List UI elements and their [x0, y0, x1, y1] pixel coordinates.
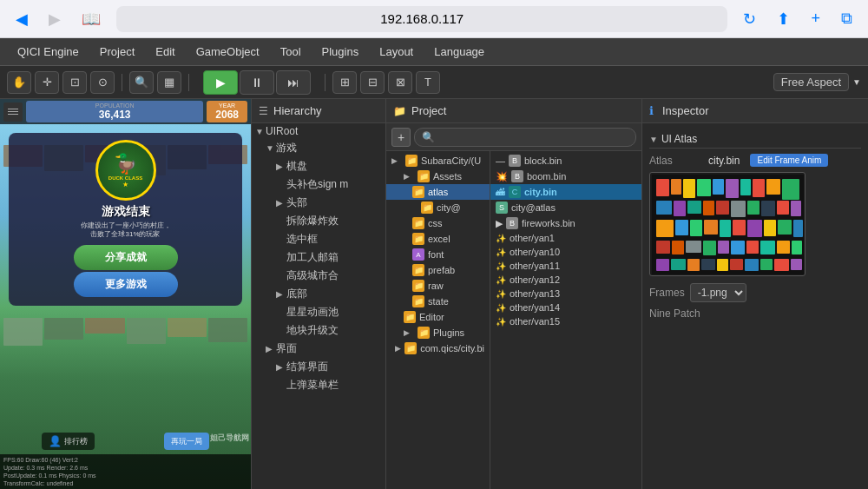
- url-bar[interactable]: 192.168.0.117: [116, 6, 727, 32]
- project-tree-css[interactable]: 📁 css: [386, 215, 490, 231]
- game-menu-button[interactable]: [3, 102, 23, 122]
- project-tree-editor[interactable]: 📁 Editor: [386, 309, 490, 325]
- layout-tool-text[interactable]: T: [416, 71, 440, 94]
- share-achievement-button[interactable]: 分享成就: [74, 245, 178, 270]
- star-icon: ★: [122, 181, 128, 188]
- tree-item-settlement[interactable]: ▶ 结算界面: [252, 358, 385, 376]
- debug-bar: FPS:60 Draw:60 (46) Vert:2 Update: 0.3 m…: [0, 454, 251, 489]
- file-label: other/yan10: [510, 247, 560, 257]
- tree-item-label: 选中框: [286, 232, 318, 247]
- add-tab-button[interactable]: +: [806, 8, 825, 30]
- project-tree-atlas[interactable]: 📁 atlas: [386, 184, 490, 200]
- file-other-yan13[interactable]: ✨ other/yan13: [490, 287, 641, 301]
- tree-item-bottom[interactable]: ▶ 底部: [252, 285, 385, 303]
- project-tree-city-at[interactable]: 📁 city@: [386, 200, 490, 215]
- tree-item-qipan[interactable]: ▶ 棋盘: [252, 157, 385, 175]
- tool-move[interactable]: ✛: [35, 71, 59, 94]
- tree-item-uiroot[interactable]: ▼ UIRoot: [252, 123, 385, 139]
- project-tree-plugins[interactable]: ▶ 📁 Plugins: [386, 325, 490, 340]
- folder-icon: 📁: [418, 327, 430, 339]
- file-block-bin[interactable]: — B block.bin: [490, 153, 641, 169]
- tree-item-ui[interactable]: ▶ 界面: [252, 340, 385, 358]
- project-search-input[interactable]: [414, 128, 636, 147]
- share-button[interactable]: ⬆: [772, 8, 795, 30]
- project-tree-raw[interactable]: 📁 raw: [386, 278, 490, 294]
- tool-grid[interactable]: ▦: [157, 71, 181, 94]
- menu-project[interactable]: Project: [89, 42, 145, 62]
- frames-select[interactable]: -1.png: [690, 283, 746, 302]
- aspect-label[interactable]: Free Aspect: [773, 73, 849, 91]
- menu-layout[interactable]: Layout: [369, 42, 424, 62]
- tree-item-advanced-city[interactable]: 高级城市合: [252, 267, 385, 285]
- tree-item-head-sign[interactable]: 头补色sign m: [252, 175, 385, 194]
- pause-button[interactable]: ⏸: [240, 70, 274, 95]
- tool-rotate[interactable]: ⊙: [90, 71, 115, 94]
- project-add-button[interactable]: +: [391, 128, 411, 147]
- project-tree-assets[interactable]: ▶ 📁 Assets: [386, 169, 490, 184]
- project-tree: ▶ 📁 SubaraCity/(U ▶ 📁 Assets 📁 atlas: [386, 151, 490, 489]
- folder-icon: 📁: [404, 311, 416, 323]
- svg-rect-28: [764, 220, 776, 236]
- file-other-yan11[interactable]: ✨ other/yan11: [490, 259, 641, 273]
- tree-item-explode[interactable]: 拆除爆炸效: [252, 212, 385, 230]
- menu-plugins[interactable]: Plugins: [312, 42, 370, 62]
- layout-tool-1[interactable]: ⊞: [332, 71, 357, 94]
- file-other-yan14[interactable]: ✨ other/yan14: [490, 301, 641, 314]
- file-other-yan1[interactable]: ✨ other/yan1: [490, 231, 641, 245]
- project-tree-state[interactable]: 📁 state: [386, 294, 490, 309]
- leaderboard-button[interactable]: 👤 排行榜: [42, 433, 95, 450]
- tree-item-topmenu[interactable]: 上弹菜单栏: [252, 376, 385, 394]
- file-boom-bin[interactable]: 💥 B boom.bin: [490, 169, 641, 184]
- file-city-atlas[interactable]: S city@atlas: [490, 200, 641, 215]
- step-button[interactable]: ⏭: [276, 70, 311, 95]
- menu-tool[interactable]: Tool: [270, 42, 312, 62]
- tool-hand[interactable]: ✋: [7, 71, 31, 94]
- tree-item-upgrade[interactable]: 地块升级文: [252, 321, 385, 340]
- tool-zoom[interactable]: 🔍: [129, 71, 154, 94]
- project-tree-comqics[interactable]: ▶ 📁 com.qics/city.bi: [386, 340, 490, 356]
- svg-rect-16: [731, 201, 746, 217]
- tabs-button[interactable]: ⧉: [836, 8, 858, 30]
- forward-button[interactable]: ▶: [43, 8, 66, 30]
- menu-language[interactable]: Language: [424, 42, 495, 62]
- more-games-button[interactable]: 更多游戏: [74, 272, 178, 297]
- replay-button[interactable]: 再玩一局: [164, 433, 209, 450]
- tree-item-worker[interactable]: 加工人邮箱: [252, 248, 385, 267]
- project-tree-subaracity[interactable]: ▶ 📁 SubaraCity/(U: [386, 153, 490, 169]
- bookmarks-button[interactable]: 📖: [76, 8, 106, 30]
- folder-icon: 📁: [412, 264, 424, 276]
- arrow-icon: ▶: [276, 198, 286, 208]
- svg-rect-34: [703, 241, 716, 255]
- svg-rect-22: [675, 220, 688, 235]
- tree-item-tou-bu[interactable]: ▶ 头部: [252, 194, 385, 212]
- reload-button[interactable]: ↻: [738, 8, 761, 30]
- game-canvas: POPULATION 36,413 YEAR 2068: [0, 99, 251, 489]
- folder-icon: 📁: [412, 186, 424, 198]
- tree-item-label: 加工人邮箱: [286, 250, 339, 265]
- file-city-bin[interactable]: 🏙 C city.bin: [490, 184, 641, 200]
- file-other-yan12[interactable]: ✨ other/yan12: [490, 273, 641, 287]
- menu-qici-engine[interactable]: QICI Engine: [7, 42, 89, 62]
- game-stats-bar: POPULATION 36,413 YEAR 2068: [0, 99, 251, 124]
- menu-edit[interactable]: Edit: [145, 42, 185, 62]
- project-tree-prefab[interactable]: 📁 prefab: [386, 262, 490, 278]
- svg-rect-49: [774, 259, 789, 271]
- file-other-yan10[interactable]: ✨ other/yan10: [490, 245, 641, 259]
- layout-tool-2[interactable]: ⊟: [360, 71, 385, 94]
- project-tree-excel[interactable]: 📁 excel: [386, 231, 490, 247]
- tree-item-select-frame[interactable]: 选中框: [252, 230, 385, 248]
- layout-tool-3[interactable]: ⊠: [388, 71, 412, 94]
- tree-item-youxi[interactable]: ▼ 游戏: [252, 139, 385, 157]
- svg-rect-32: [672, 241, 684, 254]
- back-button[interactable]: ◀: [10, 8, 33, 30]
- tree-item-stars[interactable]: 星星动画池: [252, 303, 385, 321]
- play-button[interactable]: ▶: [203, 70, 238, 95]
- menu-gameobject[interactable]: GameObject: [186, 42, 270, 62]
- tool-rect[interactable]: ⊡: [62, 71, 87, 94]
- tree-item-label: 高级城市合: [286, 268, 339, 283]
- tree-label: excel: [428, 234, 450, 244]
- file-fireworks-bin[interactable]: ▶ B fireworks.bin: [490, 215, 641, 231]
- project-tree-font[interactable]: A font: [386, 247, 490, 262]
- edit-frame-anim-button[interactable]: Edit Frame Anim: [750, 154, 828, 167]
- file-other-van15[interactable]: ✨ other/van15: [490, 314, 641, 328]
